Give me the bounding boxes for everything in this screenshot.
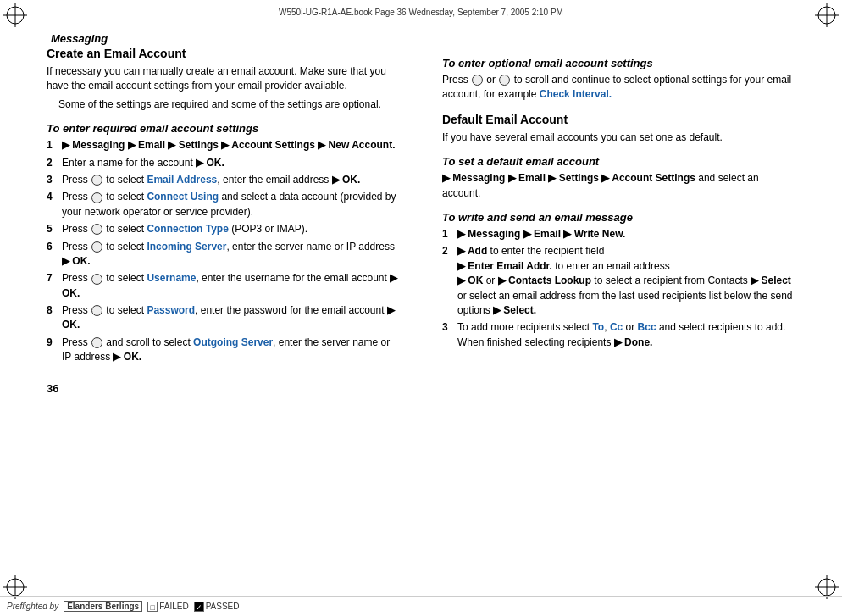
- company-logo-icon: Elanders Berlings: [64, 601, 142, 612]
- optional-settings-text: Press or to scroll and continue to selec…: [442, 73, 795, 103]
- write-send-heading: To write and send an email message: [442, 211, 795, 224]
- page-number: 36: [47, 382, 400, 395]
- write-step-2-line1: ▶ Add to enter the recipient field: [457, 244, 795, 258]
- icon-circle-scroll-down: [499, 75, 510, 86]
- required-steps-list: 1 ▶ Messaging ▶ Email ▶ Settings ▶ Accou…: [47, 138, 400, 364]
- step-2: 2 Enter a name for the account ▶ OK.: [47, 156, 400, 170]
- passed-checkbox: ✓: [194, 602, 204, 612]
- step-6: 6 Press to select Incoming Server, enter…: [47, 240, 400, 269]
- create-email-indent: Some of the settings are required and so…: [58, 97, 400, 112]
- icon-circle-4: [91, 192, 102, 203]
- main-content: Messaging Create an Email Account If nec…: [0, 25, 842, 596]
- bottom-bar: Preflighted by Elanders Berlings □ FAILE…: [0, 596, 842, 616]
- passed-box: ✓ PASSED: [194, 602, 240, 612]
- create-email-heading: Create an Email Account: [47, 47, 400, 60]
- step-5: 5 Press to select Connection Type (POP3 …: [47, 222, 400, 236]
- write-step-3: 3 To add more recipients select To, Cc o…: [442, 320, 795, 350]
- preflighted-label: Preflighted by: [7, 602, 58, 611]
- step-8: 8 Press to select Password, enter the pa…: [47, 303, 400, 333]
- icon-circle-8: [91, 305, 102, 316]
- step-7: 7 Press to select Username, enter the us…: [47, 271, 400, 301]
- step-9: 9 Press and scroll to select Outgoing Se…: [47, 336, 400, 365]
- two-columns: Create an Email Account If necessary you…: [0, 47, 842, 596]
- step-4: 4 Press to select Connect Using and sele…: [47, 190, 400, 219]
- default-email-heading: Default Email Account: [442, 113, 795, 126]
- write-step-2-line2: ▶ Enter Email Addr. to enter an email ad…: [457, 259, 795, 274]
- write-step-2-line3: ▶ OK or ▶ Contacts Lookup to select a re…: [457, 274, 795, 318]
- check-interval-link: Check Interval.: [540, 88, 612, 100]
- passed-label: PASSED: [206, 602, 240, 611]
- top-bar-text: W550i-UG-R1A-AE.book Page 36 Wednesday, …: [279, 8, 563, 17]
- optional-settings-heading: To enter optional email account settings: [442, 57, 795, 69]
- company-name: Elanders Berlings: [67, 602, 139, 611]
- step-1: 1 ▶ Messaging ▶ Email ▶ Settings ▶ Accou…: [47, 138, 400, 153]
- default-email-text: If you have several email accounts you c…: [442, 130, 795, 145]
- step-3: 3 Press to select Email Address, enter t…: [47, 173, 400, 187]
- failed-label: FAILED: [159, 602, 188, 611]
- icon-circle-7: [91, 274, 102, 285]
- set-default-steps: ▶ Messaging ▶ Email ▶ Settings ▶ Account…: [442, 171, 795, 201]
- failed-box: □ FAILED: [147, 602, 188, 612]
- icon-circle-scroll-up: [472, 75, 483, 86]
- icon-circle-9: [91, 337, 102, 348]
- set-default-heading: To set a default email account: [442, 155, 795, 168]
- icon-circle-3: [91, 175, 102, 186]
- top-bar: W550i-UG-R1A-AE.book Page 36 Wednesday, …: [0, 0, 842, 25]
- right-column: To enter optional email account settings…: [434, 47, 795, 596]
- write-step-1: 1 ▶ Messaging ▶ Email ▶ Write New.: [442, 227, 795, 241]
- left-column: Create an Email Account If necessary you…: [47, 47, 408, 596]
- page-heading: Messaging: [51, 32, 108, 45]
- icon-circle-6: [91, 241, 102, 253]
- write-steps-list: 1 ▶ Messaging ▶ Email ▶ Write New. 2 ▶ A…: [442, 227, 795, 350]
- write-step-2: 2 ▶ Add to enter the recipient field ▶ E…: [442, 244, 795, 318]
- icon-circle-5: [91, 224, 102, 235]
- failed-checkbox: □: [147, 602, 158, 612]
- create-email-intro: If necessary you can manually create an …: [47, 64, 400, 94]
- required-settings-heading: To enter required email account settings: [47, 122, 400, 135]
